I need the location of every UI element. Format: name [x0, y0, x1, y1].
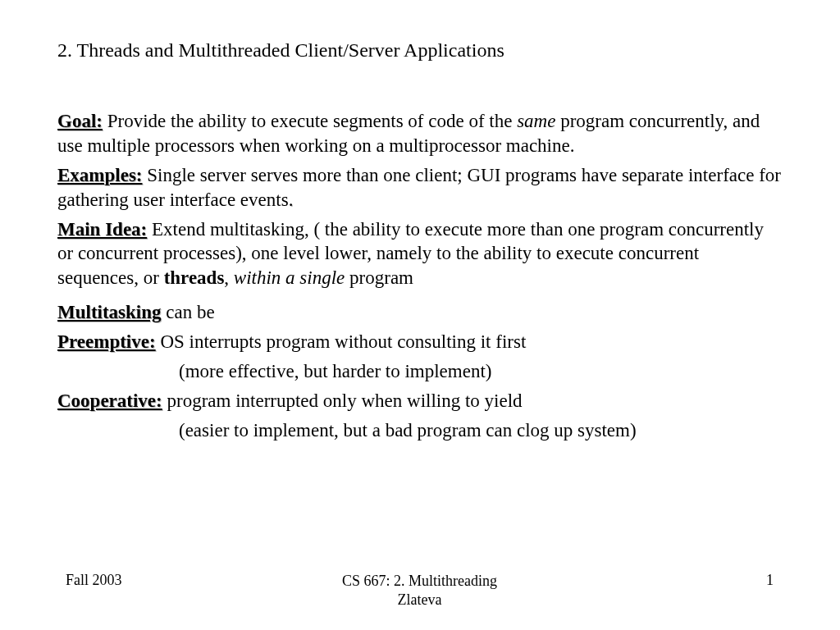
multitasking-line: Multitasking can be	[57, 300, 783, 325]
goal-text-pre: Provide the ability to execute segments …	[103, 111, 517, 131]
mainidea-label: Main Idea:	[57, 219, 147, 240]
preemptive-line1: Preemptive: OS interrupts program withou…	[57, 330, 783, 354]
cooperative-line1: Cooperative: program interrupted only wh…	[57, 389, 783, 413]
slide-body: Goal: Provide the ability to execute seg…	[57, 109, 783, 443]
examples-label: Examples:	[57, 165, 143, 185]
cooperative-text1: program interrupted only when willing to…	[162, 390, 523, 411]
slide: 2. Threads and Multithreaded Client/Serv…	[0, 0, 840, 443]
cooperative-line2: (easier to implement, but a bad program …	[57, 418, 783, 443]
footer-left: Fall 2003	[0, 572, 280, 589]
goal-em: same	[517, 111, 555, 131]
footer-center: CS 667: 2. Multithreading Zlateva	[280, 572, 559, 609]
examples-paragraph: Examples: Single server serves more than…	[57, 163, 783, 212]
footer-page-number: 1	[559, 572, 839, 589]
preemptive-label: Preemptive:	[57, 331, 156, 352]
cooperative-label: Cooperative:	[57, 390, 162, 411]
multitasking-label: Multitasking	[57, 302, 162, 322]
preemptive-line2: (more effective, but harder to implement…	[57, 359, 783, 384]
footer-author: Zlateva	[280, 591, 559, 609]
goal-label: Goal:	[57, 111, 103, 131]
mainidea-post: program	[345, 267, 413, 288]
goal-paragraph: Goal: Provide the ability to execute seg…	[57, 109, 783, 158]
footer-course: CS 667: 2. Multithreading	[280, 572, 559, 591]
slide-title: 2. Threads and Multithreaded Client/Serv…	[57, 39, 783, 62]
mainidea-paragraph: Main Idea: Extend multitasking, ( the ab…	[57, 217, 783, 291]
examples-text: Single server serves more than one clien…	[57, 165, 781, 210]
preemptive-text1: OS interrupts program without consulting…	[156, 331, 527, 352]
multitasking-block: Multitasking can be Preemptive: OS inter…	[57, 300, 783, 442]
multitasking-text: can be	[162, 302, 215, 322]
mainidea-mid: ,	[224, 267, 234, 288]
slide-footer: Fall 2003 CS 667: 2. Multithreading Zlat…	[0, 572, 840, 609]
examples-period: .	[289, 189, 294, 210]
mainidea-em: within a single	[234, 267, 345, 288]
mainidea-bold: threads	[164, 267, 225, 288]
